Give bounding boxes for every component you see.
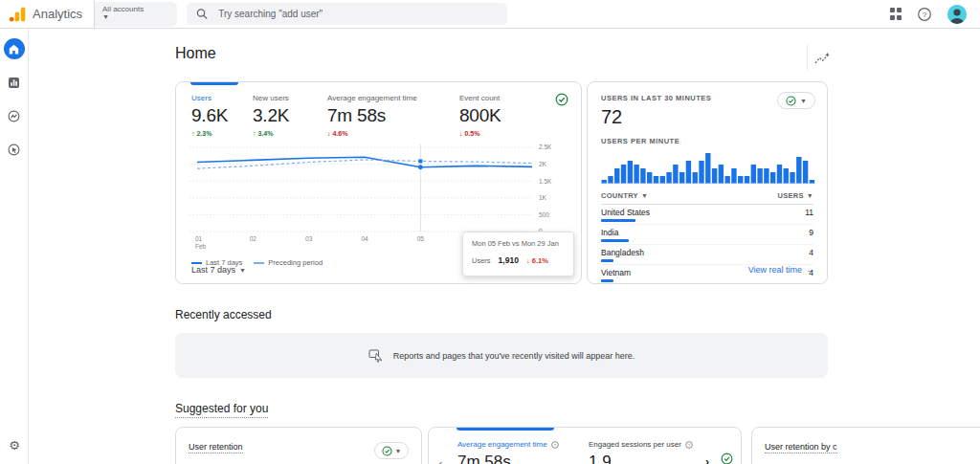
main-content: Home Users 9.6K 2.3% New use — [29, 29, 980, 464]
metric-delta: 2.3% — [191, 130, 253, 137]
metric-tab-engaged-sessions[interactable]: Engaged sessions per user ? 1.9 — [589, 440, 702, 464]
country-row: United States 11 — [601, 205, 813, 225]
account-switcher[interactable]: All accounts ▼ — [95, 2, 177, 27]
metric-tab-avg-engagement-time[interactable]: Average engagement time ? 7m 58s — [457, 440, 576, 464]
users-per-minute-chart — [601, 150, 815, 185]
realtime-card: USERS IN LAST 30 MINUTES 72 ▼ USERS PER … — [587, 81, 828, 284]
country-bar — [601, 279, 613, 282]
metric-delta: 4.6% — [327, 130, 459, 137]
realtime-options-button[interactable]: ▼ — [777, 92, 815, 109]
svg-text:1.5K: 1.5K — [539, 178, 552, 185]
chevron-down-icon: ▼ — [239, 267, 246, 274]
check-circle-icon — [382, 446, 392, 456]
carousel-prev-button[interactable]: ‹ — [435, 457, 445, 464]
metric-value: 3.2K — [253, 105, 327, 126]
metric-delta: 0.5% — [459, 130, 551, 137]
active-metric-indicator — [190, 82, 238, 85]
data-quality-button[interactable] — [721, 452, 733, 464]
overview-card: Users 9.6K 2.3% New users 3.2K 3.4% Aver… — [175, 81, 582, 284]
svg-text:Feb: Feb — [195, 243, 207, 250]
svg-text:04: 04 — [361, 235, 368, 242]
bar-chart-icon — [8, 77, 20, 89]
solid-line-swatch — [191, 262, 202, 264]
data-quality-button[interactable] — [555, 93, 568, 110]
country-bar — [601, 219, 635, 222]
sidebar-item-admin[interactable]: ⚙ — [0, 438, 29, 453]
sidebar-item-home[interactable] — [4, 38, 25, 59]
country-bar — [601, 239, 629, 242]
check-circle-icon — [786, 96, 796, 106]
search-icon — [196, 8, 208, 20]
insights-icon — [814, 52, 831, 67]
country-bar — [601, 259, 613, 262]
card-title: User retention by c — [765, 442, 980, 452]
analytics-logo[interactable] — [9, 6, 26, 23]
card-title: User retention — [189, 442, 243, 452]
help-circle-icon: ? — [551, 441, 559, 449]
active-metric-indicator — [457, 428, 554, 431]
users-per-minute-label: USERS PER MINUTE — [601, 137, 813, 145]
suggested-card-user-retention-by[interactable]: User retention by c — [751, 427, 980, 464]
sidebar: ⚙ — [0, 29, 29, 464]
svg-text:2K: 2K — [539, 161, 547, 167]
search-input[interactable] — [216, 8, 498, 20]
insights-button[interactable] — [814, 52, 831, 71]
suggested-card-user-retention[interactable]: User retention ▼ — [175, 427, 422, 464]
sidebar-item-reports[interactable] — [4, 72, 25, 93]
country-row: India 9 — [601, 225, 813, 245]
svg-text:03: 03 — [305, 235, 313, 242]
dashed-line-swatch — [254, 262, 264, 264]
metric-tab-event-count[interactable]: Event count 800K 0.5% — [459, 94, 551, 137]
sort-caret-icon: ▼ — [641, 192, 648, 199]
carousel-next-button[interactable]: › — [702, 455, 712, 464]
sort-caret-icon: ▼ — [807, 192, 813, 199]
analytics-logo-icon — [9, 6, 26, 23]
country-column-header[interactable]: COUNTRY▼ — [601, 191, 648, 200]
metric-tab-avg-engagement-time[interactable]: Average engagement time 7m 58s 4.6% — [327, 94, 459, 137]
svg-text:1K: 1K — [539, 194, 547, 201]
check-circle-icon — [721, 453, 733, 464]
svg-text:05: 05 — [417, 235, 425, 242]
svg-text:02: 02 — [250, 235, 257, 242]
chevron-down-icon: ▼ — [102, 13, 169, 21]
arrow-right-icon: → — [806, 265, 814, 275]
card-options-button[interactable]: ▼ — [374, 442, 409, 459]
svg-text:01: 01 — [195, 235, 203, 242]
metric-value: 7m 58s — [327, 105, 459, 126]
page-title: Home — [175, 45, 980, 62]
metric-tab-new-users[interactable]: New users 3.2K 3.4% — [253, 94, 327, 137]
metric-tab-users[interactable]: Users 9.6K 2.3% — [191, 94, 253, 137]
date-range-selector[interactable]: Last 7 days▼ — [191, 265, 246, 275]
header-divider — [807, 44, 808, 71]
apps-grid-icon[interactable] — [890, 8, 902, 20]
help-icon[interactable]: ? — [917, 7, 932, 22]
svg-text:?: ? — [688, 442, 691, 447]
chevron-down-icon: ▼ — [395, 448, 402, 454]
metric-tabs: Users 9.6K 2.3% New users 3.2K 3.4% Aver… — [176, 82, 581, 137]
person-icon — [947, 5, 967, 24]
sidebar-item-explore[interactable] — [4, 105, 25, 126]
chart-tooltip: Mon 05 Feb vs Mon 29 Jan Users 1,910 6.1… — [462, 232, 574, 276]
page-header: Home — [29, 29, 980, 73]
advertising-icon — [8, 144, 20, 156]
svg-text:500: 500 — [539, 211, 549, 218]
svg-text:2.5K: 2.5K — [539, 144, 552, 150]
cursor-click-icon — [368, 348, 386, 363]
gear-icon: ⚙ — [9, 438, 20, 453]
suggested-card-carousel: ‹ Average engagement time ? 7m 58s — [428, 427, 742, 464]
svg-text:?: ? — [553, 442, 556, 447]
explore-icon — [8, 110, 20, 122]
sidebar-item-advertising[interactable] — [4, 139, 25, 160]
realtime-table-header: COUNTRY▼ USERS▼ — [601, 191, 813, 205]
users-column-header[interactable]: USERS▼ — [777, 191, 813, 200]
suggested-cards: User retention ▼ ‹ A — [175, 427, 980, 464]
user-avatar[interactable] — [947, 5, 967, 24]
search-bar[interactable] — [187, 3, 507, 25]
home-icon — [9, 44, 19, 55]
topbar-actions: ? — [890, 5, 980, 24]
svg-text:?: ? — [923, 11, 927, 19]
view-real-time-link[interactable]: View real time→ — [748, 265, 814, 275]
metric-delta: 3.4% — [253, 130, 327, 137]
account-switcher-label: All accounts — [102, 5, 169, 13]
content-area: Users 9.6K 2.3% New users 3.2K 3.4% Aver… — [29, 81, 980, 464]
